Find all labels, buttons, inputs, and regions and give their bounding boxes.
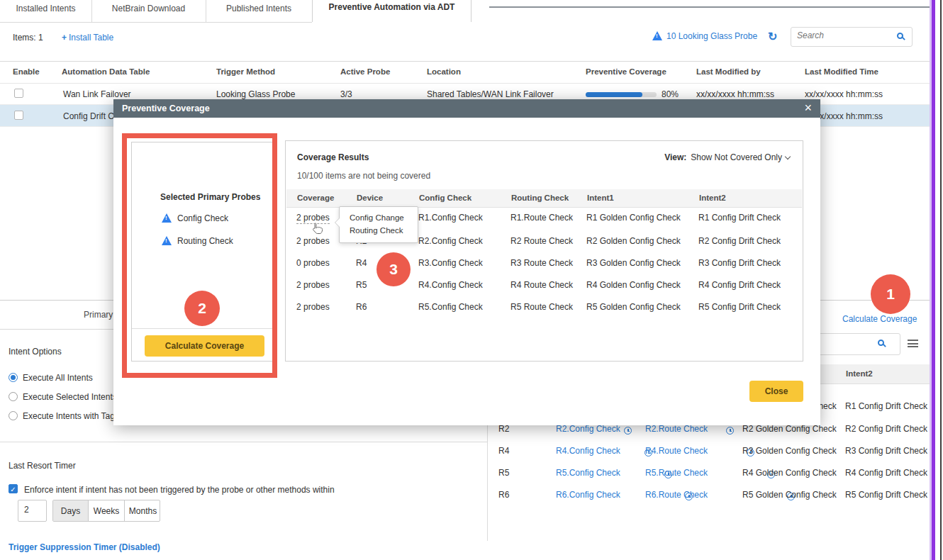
tab-strip: Installed Intents NetBrain Download Publ… <box>0 0 943 22</box>
config-check-link[interactable]: R2.Config Check <box>556 424 620 434</box>
view-value: Show Not Covered Only <box>691 152 782 162</box>
cell-config: R1.Config Check <box>418 213 483 223</box>
timer-unit-group: Days Weeks Months <box>52 500 160 522</box>
looking-glass-probe-alert[interactable]: !10 Looking Glass Probe <box>652 31 757 41</box>
cell-coverage: 2 probes <box>296 280 330 290</box>
col-header-coverage: Coverage <box>297 194 334 202</box>
results-header-band: Coverage Device Config Check Routing Che… <box>286 189 802 208</box>
unit-label: Days <box>61 506 80 516</box>
enforce-label: Enforce intent if intent has not been tr… <box>24 485 335 495</box>
route-check-link[interactable]: R4.Route Check <box>645 446 708 456</box>
timer-value-input[interactable] <box>24 505 42 515</box>
cell-intent1: R4 Golden Config Check <box>586 280 681 290</box>
cell-modified-by: xx/xx/xxxx hh:mm:ss <box>696 89 774 99</box>
install-table-button[interactable]: +Install Table <box>62 33 113 43</box>
coverage-percent: 80% <box>662 89 679 99</box>
annotation-circle-1: 1 <box>871 274 910 314</box>
search-input[interactable] <box>797 30 889 40</box>
cell-device: R5 <box>498 468 509 478</box>
col-header-trigger: Trigger Method <box>216 67 275 76</box>
cell-intent2: R2 Config Drift Check <box>845 424 927 434</box>
radio-icon <box>9 411 18 420</box>
annotation-number: 1 <box>886 286 895 303</box>
coverage-progress-bar <box>586 92 657 97</box>
calculate-coverage-link[interactable]: Calculate Coverage <box>842 314 917 324</box>
tab-installed-intents[interactable]: Installed Intents <box>0 0 91 22</box>
cell-intent2: R4 Config Drift Check <box>845 468 927 478</box>
view-dropdown[interactable]: View:Show Not Covered Only <box>664 152 790 162</box>
refresh-button[interactable]: ↻ <box>768 30 777 43</box>
cell-intent1: R3 Golden Config Check <box>586 258 681 268</box>
intent-options-heading: Intent Options <box>9 347 62 357</box>
chevron-down-icon <box>785 154 791 159</box>
col-header-routing: Routing Check <box>511 194 569 202</box>
window-top-edge <box>489 6 932 8</box>
refresh-icon: ↻ <box>768 30 777 43</box>
cell-location: Shared Tables/WAN Link Failover <box>427 89 554 99</box>
tab-netbrain-download[interactable]: NetBrain Download <box>91 0 206 22</box>
cell-device: R5 <box>356 280 367 290</box>
config-check-link[interactable]: R5.Config Check <box>556 468 620 478</box>
unit-months-button[interactable]: Months <box>125 500 161 521</box>
search-icon[interactable] <box>897 33 903 39</box>
plus-icon: + <box>62 33 67 43</box>
search-box <box>791 27 913 47</box>
cell-adt: Wan Link Failover <box>63 89 131 99</box>
unit-label: Months <box>129 506 157 516</box>
annotation-number: 3 <box>389 261 398 278</box>
cell-config: R3.Config Check <box>418 258 483 268</box>
annotation-circle-2: 2 <box>184 291 220 326</box>
enforce-checkbox[interactable]: ✓ <box>9 484 18 493</box>
config-check-link[interactable]: R6.Config Check <box>556 490 620 500</box>
app-screen: Installed Intents NetBrain Download Publ… <box>0 0 943 560</box>
tab-label: Published Intents <box>226 4 291 13</box>
trigger-suppression-link[interactable]: Trigger Suppression Timer (Disabled) <box>9 542 160 552</box>
cell-coverage: 2 probes <box>296 236 330 246</box>
cell-intent1: R4 Golden Config Check <box>742 468 837 478</box>
annotation-rectangle <box>122 133 277 378</box>
col-header-intent2: Intent2 <box>699 194 726 202</box>
cell-intent1: R2 Golden Config Check <box>586 236 681 246</box>
probes-tooltip: Config Change Routing Check <box>339 206 418 243</box>
cell-routing: R4 Route Check <box>510 280 573 290</box>
col-header-enable: Enable <box>13 67 40 76</box>
enable-checkbox[interactable] <box>14 89 23 98</box>
cell-intent1: R3 Golden Config Check <box>742 446 837 456</box>
radio-selected-icon <box>9 373 18 382</box>
cell-routing: R1.Route Check <box>510 213 573 223</box>
cell-intent1: R1 Golden Config Check <box>586 213 681 223</box>
cell-routing: R2 Route Check <box>510 236 573 246</box>
enable-checkbox[interactable] <box>14 111 23 120</box>
radio-label: Execute All Intents <box>23 373 93 383</box>
modal-title: Preventive Coverage <box>122 103 210 113</box>
route-check-link[interactable]: R2.Route Check <box>645 424 708 434</box>
search-icon[interactable] <box>878 340 884 346</box>
radio-label: Execute Selected Intents <box>23 392 117 402</box>
tooltip-line2: Routing Check <box>350 226 403 235</box>
col-header-location: Location <box>427 67 461 76</box>
unit-days-button[interactable]: Days <box>53 500 89 521</box>
cell-routing: R3 Route Check <box>510 258 573 268</box>
menu-icon[interactable] <box>908 340 918 347</box>
col-header-coverage: Preventive Coverage <box>586 67 666 76</box>
tab-label: Preventive Automation via ADT <box>329 2 455 12</box>
highlight-border-purple <box>932 0 935 560</box>
col-header-modified-time: Last Modified Time <box>805 67 878 76</box>
install-table-label: Install Table <box>69 33 113 43</box>
radio-label: Execute Intents with Tags <box>23 411 119 421</box>
cell-coverage: 0 probes <box>296 258 330 268</box>
cell-config: R2.Config Check <box>418 236 483 246</box>
tab-primary[interactable]: Primary <box>84 310 113 320</box>
config-check-link[interactable]: R4.Config Check <box>556 446 620 456</box>
unit-weeks-button[interactable]: Weeks <box>89 500 125 521</box>
route-check-link[interactable]: R6.Route Check <box>645 490 708 500</box>
cursor-pointer-icon <box>312 223 323 237</box>
cell-probe: 3/3 <box>340 89 352 99</box>
tooltip-line1: Config Change <box>350 213 404 222</box>
close-icon[interactable]: × <box>804 101 812 116</box>
tab-published-intents[interactable]: Published Intents <box>206 0 312 22</box>
close-button[interactable]: Close <box>749 381 803 402</box>
tab-preventive-automation-active[interactable]: Preventive Automation via ADT <box>312 0 472 22</box>
route-check-link[interactable]: R5.Route Check <box>645 468 708 478</box>
col-header-config: Config Check <box>419 194 472 202</box>
